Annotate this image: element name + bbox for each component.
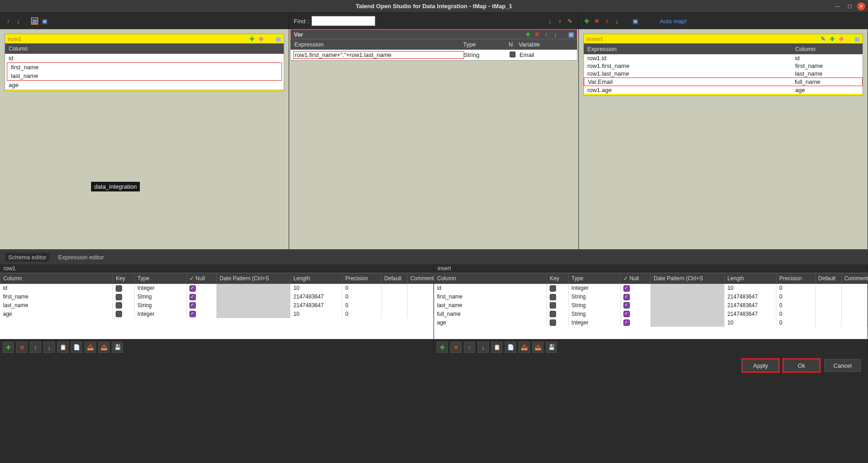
add-join-icon[interactable] bbox=[257, 35, 265, 42]
input-row[interactable]: last_name bbox=[7, 72, 281, 80]
find-prev-icon[interactable] bbox=[557, 17, 564, 25]
input-row[interactable]: age bbox=[5, 81, 284, 89]
schema-up-icon[interactable] bbox=[30, 342, 41, 353]
schema-row[interactable]: idInteger100 bbox=[0, 284, 434, 293]
schema-row[interactable]: first_nameString21474836470 bbox=[0, 293, 434, 301]
schema-col-header[interactable]: Column bbox=[434, 273, 547, 284]
schema-add-icon[interactable] bbox=[3, 342, 14, 353]
schema-row[interactable]: last_nameString21474836470 bbox=[434, 301, 868, 310]
schema-down-icon[interactable] bbox=[478, 342, 489, 353]
schema-col-header[interactable]: ✓ Null bbox=[620, 273, 651, 284]
var-up-icon[interactable] bbox=[543, 31, 550, 38]
schema-col-header[interactable]: Comment bbox=[841, 273, 867, 284]
maximize-button[interactable]: ▢ bbox=[845, 2, 853, 10]
schema-col-header[interactable]: Precision bbox=[776, 273, 816, 284]
schema-right-table[interactable]: ColumnKeyType✓ NullDate Pattern (Ctrl+SL… bbox=[434, 273, 868, 327]
schema-row[interactable]: full_nameString21474836470 bbox=[434, 309, 868, 318]
schema-save-icon[interactable]: 💾 bbox=[112, 342, 123, 353]
schema-row[interactable]: ageInteger100 bbox=[434, 318, 868, 327]
highlight-icon[interactable] bbox=[567, 17, 574, 25]
schema-col-header[interactable]: Length bbox=[725, 273, 776, 284]
schema-copy-icon[interactable]: 📋 bbox=[491, 342, 502, 353]
input-row[interactable]: first_name bbox=[7, 63, 281, 72]
schema-row[interactable]: last_nameString21474836470 bbox=[0, 301, 434, 310]
add-col-icon[interactable] bbox=[248, 35, 255, 42]
schema-down-icon[interactable] bbox=[44, 342, 55, 353]
var-remove-icon[interactable] bbox=[534, 31, 541, 38]
output-column-cell[interactable]: full_name bbox=[795, 78, 858, 85]
schema-add-icon[interactable] bbox=[437, 342, 448, 353]
add-output-icon[interactable] bbox=[583, 17, 591, 25]
schema-col-header[interactable]: Default bbox=[815, 273, 841, 284]
card-settings-icon[interactable] bbox=[275, 35, 282, 42]
schema-col-header[interactable]: Date Pattern (Ctrl+S bbox=[651, 273, 725, 284]
schema-paste-icon[interactable]: 📄 bbox=[71, 342, 82, 353]
output-popup-icon[interactable] bbox=[632, 17, 639, 25]
schema-col-header[interactable]: ✓ Null bbox=[186, 273, 217, 284]
schema-col-header[interactable]: Precision bbox=[342, 273, 382, 284]
schema-copy-icon[interactable]: 📋 bbox=[57, 342, 68, 353]
output-column-cell[interactable]: first_name bbox=[795, 62, 859, 69]
popup-icon[interactable] bbox=[41, 17, 48, 25]
schema-col-header[interactable]: Key bbox=[113, 273, 135, 284]
output-row[interactable]: row1.idid bbox=[584, 54, 863, 62]
schema-col-header[interactable]: Default bbox=[381, 273, 407, 284]
output-row[interactable]: row1.last_namelast_name bbox=[584, 70, 863, 77]
var-nullable-check[interactable] bbox=[510, 51, 520, 59]
find-input[interactable] bbox=[311, 16, 375, 26]
move-up-icon[interactable] bbox=[5, 17, 12, 25]
output-column-cell[interactable]: id bbox=[795, 55, 859, 62]
tab-schema-editor[interactable]: Schema editor bbox=[5, 253, 49, 262]
var-down-icon[interactable] bbox=[552, 31, 559, 38]
output-column-cell[interactable]: last_name bbox=[795, 70, 859, 77]
schema-row[interactable]: ageInteger100 bbox=[0, 309, 434, 318]
schema-col-header[interactable]: Date Pattern (Ctrl+S bbox=[217, 273, 291, 284]
input-row[interactable]: id bbox=[5, 54, 284, 62]
close-button[interactable]: ✕ bbox=[857, 2, 865, 10]
schema-export-icon[interactable]: 📤 bbox=[98, 342, 109, 353]
out-popup-icon[interactable] bbox=[853, 35, 861, 42]
schema-export-icon[interactable]: 📤 bbox=[532, 342, 543, 353]
automap-button[interactable]: Auto map! bbox=[660, 18, 687, 25]
output-expression-cell[interactable]: Var.Email bbox=[588, 78, 795, 85]
schema-remove-icon[interactable] bbox=[16, 342, 27, 353]
var-popup-icon[interactable] bbox=[567, 31, 575, 38]
out-add-icon[interactable] bbox=[829, 35, 836, 42]
output-column-cell[interactable]: age bbox=[795, 87, 859, 93]
schema-icon[interactable] bbox=[31, 17, 38, 25]
find-next-icon[interactable] bbox=[546, 17, 554, 25]
schema-save-icon[interactable]: 💾 bbox=[546, 342, 557, 353]
var-add-icon[interactable] bbox=[525, 31, 532, 38]
remove-output-icon[interactable] bbox=[593, 17, 601, 25]
output-expression-cell[interactable]: row1.id bbox=[587, 55, 795, 62]
out-add2-icon[interactable] bbox=[838, 35, 845, 42]
output-expression-cell[interactable]: row1.age bbox=[587, 87, 795, 93]
var-type-cell[interactable]: String bbox=[464, 51, 510, 58]
ok-button[interactable]: Ok bbox=[783, 359, 820, 372]
schema-col-header[interactable]: Type bbox=[568, 273, 620, 284]
schema-left-table[interactable]: ColumnKeyType✓ NullDate Pattern (Ctrl+SL… bbox=[0, 273, 434, 318]
output-row[interactable]: row1.first_namefirst_name bbox=[584, 62, 863, 70]
output-expression-cell[interactable]: row1.last_name bbox=[587, 70, 795, 77]
var-expression-cell[interactable]: row1.first_name+"."+row1.last_name bbox=[293, 51, 464, 59]
schema-row[interactable]: idInteger100 bbox=[434, 284, 868, 293]
schema-paste-icon[interactable]: 📄 bbox=[505, 342, 516, 353]
schema-up-icon[interactable] bbox=[464, 342, 475, 353]
schema-import-icon[interactable]: 📥 bbox=[85, 342, 96, 353]
schema-row[interactable]: first_nameString21474836470 bbox=[434, 293, 868, 301]
schema-import-icon[interactable]: 📥 bbox=[519, 342, 530, 353]
cancel-button[interactable]: Cancel bbox=[824, 359, 861, 372]
move-down-icon[interactable] bbox=[15, 17, 22, 25]
apply-button[interactable]: Apply bbox=[742, 359, 779, 372]
output-row[interactable]: row1.ageage bbox=[584, 86, 863, 94]
var-name-cell[interactable]: Email bbox=[520, 51, 574, 58]
schema-col-header[interactable]: Column bbox=[0, 273, 113, 284]
schema-col-header[interactable]: Key bbox=[547, 273, 569, 284]
output-expression-cell[interactable]: row1.first_name bbox=[587, 62, 795, 69]
out-edit-icon[interactable] bbox=[820, 35, 827, 42]
output-down-icon[interactable] bbox=[613, 17, 621, 25]
schema-col-header[interactable]: Length bbox=[291, 273, 342, 284]
schema-col-header[interactable]: Comment bbox=[407, 273, 433, 284]
var-row[interactable]: row1.first_name+"."+row1.last_nameString… bbox=[291, 50, 577, 60]
tab-expression-editor[interactable]: Expression editor bbox=[56, 253, 107, 262]
